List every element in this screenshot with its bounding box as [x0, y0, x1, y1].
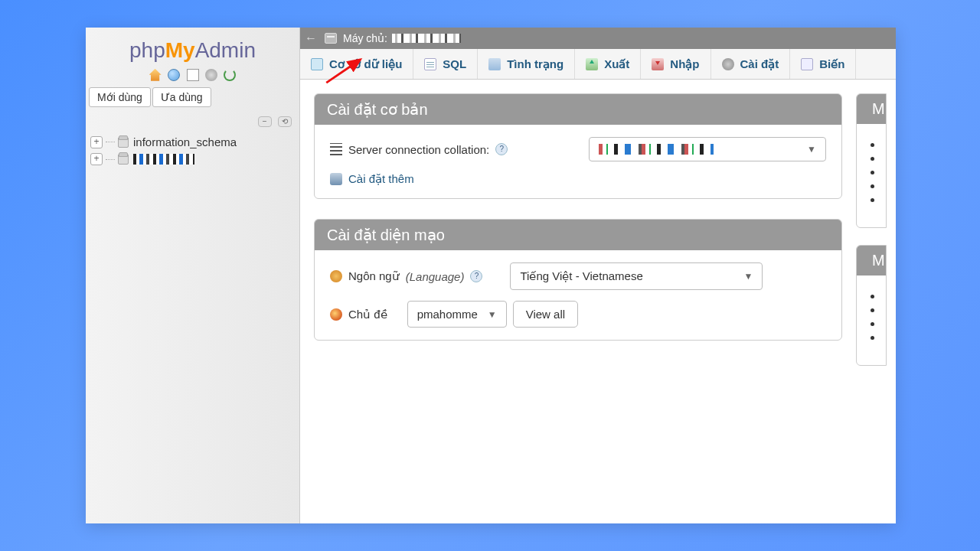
tab-status[interactable]: Tình trạng: [478, 49, 575, 79]
content-right-column: M M: [856, 93, 887, 523]
theme-value: pmahomme: [417, 308, 478, 321]
theme-select[interactable]: pmahomme ▼: [407, 301, 507, 328]
db-tree-item[interactable]: + information_schema: [90, 133, 295, 151]
tab-label: Biến: [819, 57, 844, 71]
logout-icon[interactable]: [168, 69, 180, 81]
main-area: ← Máy chủ: Cơ sở dữ liệuSQLTình trạngXuấ…: [300, 28, 896, 523]
db-name: information_schema: [133, 135, 237, 148]
database-tree: + information_schema +: [86, 130, 299, 171]
right-panel-2: M: [856, 245, 887, 366]
collation-label: Server connection collation:: [348, 143, 489, 156]
recent-tab[interactable]: Mới dùng: [89, 87, 151, 107]
language-hint: (Language): [406, 270, 465, 283]
general-settings-panel: Cài đặt cơ bản Server connection collati…: [314, 93, 842, 199]
expand-icon[interactable]: +: [90, 153, 103, 165]
appearance-settings-panel: Cài đặt diện mạo Ngôn ngữ (Language) ? T…: [314, 219, 842, 341]
home-icon[interactable]: [149, 69, 162, 81]
panel-title: M: [857, 246, 886, 276]
help-icon[interactable]: ?: [470, 270, 482, 282]
tab-variables[interactable]: Biến: [790, 49, 856, 79]
variables-icon: [801, 58, 813, 70]
settings-icon: [722, 58, 734, 70]
sidebar: phpMyAdmin Mới dùng Ưa dùng − ⟲ + inform…: [86, 28, 300, 523]
databases-icon: [311, 58, 323, 70]
nav-back-icon[interactable]: ←: [305, 31, 315, 45]
tab-label: Tình trạng: [507, 57, 564, 71]
tab-import[interactable]: Nhập: [641, 49, 710, 79]
tab-sql[interactable]: SQL: [413, 49, 478, 79]
collation-value-redacted: [599, 144, 714, 155]
tab-label: Cài đặt: [740, 57, 779, 71]
breadcrumb-bar: ← Máy chủ:: [300, 28, 896, 49]
chevron-down-icon: ▼: [744, 271, 753, 282]
chevron-down-icon: ▼: [488, 309, 497, 320]
content-left-column: Cài đặt cơ bản Server connection collati…: [314, 93, 842, 523]
db-name-redacted: [133, 154, 194, 165]
sql-icon: [424, 58, 436, 70]
list-bullet: [871, 198, 874, 202]
language-value: Tiếng Việt - Vietnamese: [520, 269, 642, 283]
content-area: Cài đặt cơ bản Server connection collati…: [300, 80, 896, 523]
collation-select[interactable]: ▼: [589, 137, 826, 161]
theme-label: Chủ đề: [348, 308, 387, 321]
nav-settings-icon[interactable]: [205, 69, 217, 81]
list-bullet: [871, 322, 874, 326]
database-icon: [118, 154, 129, 165]
docs-icon[interactable]: [187, 69, 199, 81]
db-tree-item[interactable]: +: [90, 151, 295, 168]
list-bullet: [871, 184, 874, 188]
list-bullet: [871, 157, 874, 161]
right-panel-1: M: [856, 93, 887, 228]
language-select[interactable]: Tiếng Việt - Vietnamese ▼: [510, 262, 763, 290]
expand-icon[interactable]: +: [90, 136, 103, 148]
list-bullet: [871, 336, 874, 340]
recent-favorite-tabs: Mới dùng Ưa dùng: [86, 87, 299, 110]
panel-title: M: [857, 94, 886, 124]
panel-title: Cài đặt diện mạo: [315, 220, 841, 250]
server-name-redacted: [392, 34, 461, 43]
tab-settings[interactable]: Cài đặt: [711, 49, 791, 79]
tab-label: Cơ sở dữ liệu: [329, 57, 402, 71]
logo: phpMyAdmin: [86, 28, 299, 67]
server-label: Máy chủ:: [343, 32, 387, 44]
tab-label: Xuất: [604, 57, 629, 71]
top-tabs: Cơ sở dữ liệuSQLTình trạngXuấtNhậpCài đặ…: [300, 49, 896, 80]
chevron-down-icon: ▼: [807, 144, 816, 155]
help-icon[interactable]: ?: [495, 143, 508, 155]
import-icon: [652, 58, 664, 70]
list-bullet: [871, 308, 874, 312]
favorites-tab[interactable]: Ưa dùng: [152, 87, 211, 107]
list-bullet: [871, 143, 874, 147]
language-label: Ngôn ngữ: [348, 269, 400, 283]
database-icon: [118, 137, 129, 148]
collapse-all-button[interactable]: −: [258, 116, 272, 127]
tab-databases[interactable]: Cơ sở dữ liệu: [300, 49, 413, 79]
tab-label: SQL: [443, 57, 466, 70]
list-bullet: [871, 295, 874, 298]
theme-icon: [330, 308, 342, 321]
more-settings-link[interactable]: Cài đặt thêm: [348, 172, 414, 186]
collation-icon: [330, 143, 342, 155]
panel-title: Cài đặt cơ bản: [315, 94, 841, 125]
list-bullet: [871, 171, 874, 174]
link-btn[interactable]: ⟲: [278, 116, 292, 127]
sidebar-quick-icons: [86, 67, 299, 87]
phpmyadmin-window: phpMyAdmin Mới dùng Ưa dùng − ⟲ + inform…: [86, 28, 896, 523]
reload-icon[interactable]: [224, 69, 236, 81]
export-icon: [586, 58, 598, 70]
tab-label: Nhập: [670, 57, 699, 71]
tab-export[interactable]: Xuất: [575, 49, 641, 79]
view-all-themes-button[interactable]: View all: [513, 301, 578, 328]
server-icon: [325, 33, 337, 44]
status-icon: [488, 58, 501, 70]
wrench-icon: [330, 173, 342, 185]
language-icon: [330, 270, 342, 282]
tree-collapse-row: − ⟲: [86, 110, 299, 130]
